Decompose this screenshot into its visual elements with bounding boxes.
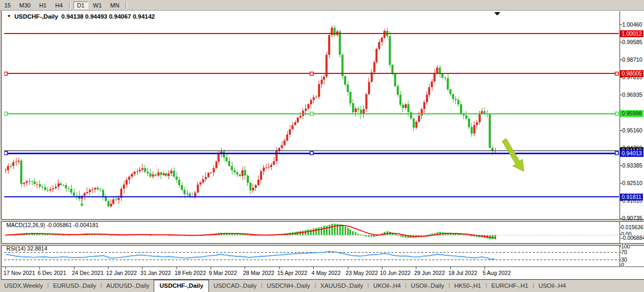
price-tick-1.00460: 1.00460 [622, 21, 642, 28]
timeframe-toolbar: 15M30H1H4D1W1MN [0, 0, 644, 11]
rsi-panel[interactable] [4, 252, 619, 260]
small-down-arrow[interactable] [80, 198, 83, 207]
hline-price-label-0.98005[interactable]: 0.98005 [620, 70, 643, 77]
chart-tab-USDX-Weekly[interactable]: USDX,Weekly [0, 280, 47, 292]
date-tick-12-Jan-2022[interactable]: 12 Jan 2022 [106, 270, 137, 276]
timeframe-button-H4[interactable]: H4 [52, 2, 66, 9]
ohlc-values: 0.94138 0.94493 0.94067 0.94142 [61, 13, 155, 20]
hline-0.98005[interactable] [4, 72, 619, 75]
panel-splitter-rsi[interactable] [1, 243, 644, 246]
price-tick-0.93385: 0.93385 [622, 162, 642, 169]
timeframe-button-H1[interactable]: H1 [36, 2, 51, 9]
date-tick-29-Jun-2022[interactable]: 29 Jun 2022 [414, 270, 445, 276]
price-tick-0.99585: 0.99585 [622, 39, 642, 46]
chart-canvas[interactable] [0, 0, 644, 292]
hline-0.95998[interactable] [4, 112, 619, 115]
chart-tab-EURUSD-Daily[interactable]: EURUSD-,Daily [49, 280, 101, 292]
chart-tab-USOil-Daily[interactable]: USOil-,Daily [407, 280, 449, 292]
chart-tab-USOil-H4[interactable]: USOil-,H4 [534, 280, 570, 292]
chart-tab-USDCAD-Daily[interactable]: USDCAD-,Daily [209, 280, 261, 292]
chart-tab-HK50-H1[interactable]: HK50-,H1 [450, 280, 486, 292]
hline-price-label-1.00012[interactable]: 1.00012 [620, 30, 643, 37]
date-tick-15-Apr-2022[interactable]: 15 Apr 2022 [277, 270, 307, 276]
price-tick-0.95160: 0.95160 [622, 127, 642, 134]
rsi-axis-0: 0 [621, 262, 624, 268]
chart-tab-bar: USDX,Weekly|EURUSD-,Daily|AUDUSD-,DailyU… [0, 280, 644, 292]
date-tick-6-Dec-2021[interactable]: 6 Dec 2021 [38, 270, 66, 276]
date-tick-5-Aug-2022[interactable]: 5 Aug 2022 [482, 270, 511, 276]
toolbar-separator [69, 2, 71, 9]
rsi-axis-30: 30 [621, 257, 627, 263]
date-tick-23-May-2022[interactable]: 23 May 2022 [346, 270, 378, 276]
candlesticks [5, 26, 497, 207]
timeframe-button-D1[interactable]: D1 [73, 2, 88, 9]
rsi-bottom-border [1, 266, 644, 267]
chart-tab-UKOil-H4[interactable]: UKOil-,H4 [369, 280, 405, 292]
date-tick-18-Jul-2022[interactable]: 18 Jul 2022 [448, 270, 477, 276]
price-tick-0.96935: 0.96935 [622, 91, 642, 98]
hline-0.94013[interactable] [4, 152, 619, 155]
macd-axis--0.006884: -0.006884 [621, 235, 644, 241]
macd-axis-0.015636: 0.015636 [621, 224, 643, 230]
date-tick-4-May-2022[interactable]: 4 May 2022 [312, 270, 341, 276]
chart-tab-EURCHF-H1[interactable]: EURCHF-,H1 [487, 280, 533, 292]
chart-tab-USDCHF-Daily[interactable]: USDCHF-,Daily [154, 280, 209, 292]
toolbar-separator [126, 2, 127, 9]
date-tick-24-Dec-2021[interactable]: 24 Dec 2021 [72, 270, 104, 276]
big-down-right-arrow[interactable] [502, 138, 524, 171]
timeframe-button-15[interactable]: 15 [1, 2, 14, 9]
hline-price-label-0.95998[interactable]: 0.95998 [620, 110, 643, 117]
timeframe-button-M30[interactable]: M30 [15, 2, 34, 9]
price-tick-0.90735: 0.90735 [622, 215, 642, 222]
rsi-indicator-label: RSI(14) 32.8814 [6, 245, 47, 252]
chart-tab-XAUUSD-Daily[interactable]: XAUUSD-,Daily [316, 280, 367, 292]
chart-tab-USDCNH-Daily[interactable]: USDCNH-,Daily [263, 280, 315, 292]
chart-ohlc-title: ▼ USDCHF-,Daily 0.94138 0.94493 0.94067 … [7, 13, 155, 20]
chart-shift-marker[interactable] [494, 12, 500, 15]
date-tick-9-Mar-2022[interactable]: 9 Mar 2022 [209, 270, 237, 276]
price-tick-0.98710: 0.98710 [622, 56, 642, 63]
hline-price-label-0.91811[interactable]: 0.91811 [620, 194, 643, 201]
rsi-axis-70: 70 [621, 249, 627, 255]
rsi-line [6, 252, 496, 259]
rsi-axis-100: 100 [621, 244, 630, 249]
date-tick-28-Mar-2022[interactable]: 28 Mar 2022 [243, 270, 274, 276]
date-tick-18-Feb-2022[interactable]: 18 Feb 2022 [174, 270, 206, 276]
price-tick-0.92510: 0.92510 [622, 180, 642, 187]
timeframe-button-MN[interactable]: MN [106, 2, 123, 9]
macd-indicator-label: MACD(12,26,9) -0.005861 -0.004181 [6, 222, 98, 228]
price-panel[interactable] [4, 26, 619, 207]
chart-tab-AUDUSD-Daily[interactable]: AUDUSD-,Daily [102, 280, 154, 292]
timeframe-button-W1[interactable]: W1 [89, 2, 106, 9]
date-tick-31-Jan-2022[interactable]: 31 Jan 2022 [140, 270, 171, 276]
collapse-caret-icon[interactable]: ▼ [7, 14, 11, 19]
symbol-label: USDCHF-,Daily [14, 13, 58, 20]
date-tick-10-Jun-2022[interactable]: 10 Jun 2022 [380, 270, 411, 276]
date-tick-17-Nov-2021[interactable]: 17 Nov 2021 [4, 270, 36, 276]
hline-price-label-0.94013[interactable]: 0.94013 [620, 150, 643, 157]
